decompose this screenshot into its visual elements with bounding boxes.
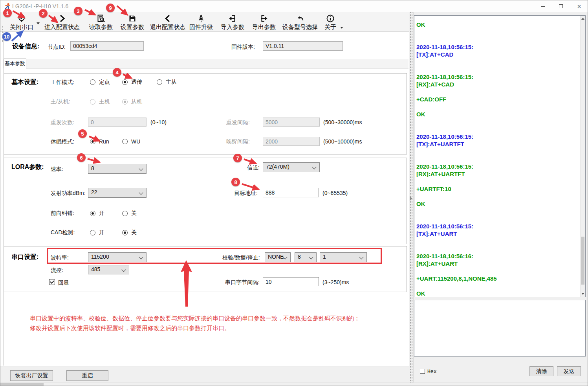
firmware-field[interactable] [263, 41, 343, 51]
horizontal-scrollbar-thumb[interactable] [0, 383, 44, 386]
hex-checkbox[interactable] [420, 369, 425, 374]
toolbar-read-params-button[interactable]: 读取参数 [86, 13, 116, 31]
toolbar-set-params-button[interactable]: 设置参数 [117, 13, 148, 31]
radio-label: 主机 [99, 98, 110, 105]
toolbar-item-label: 进入配置状态 [44, 24, 80, 31]
radio-label: 开 [99, 229, 104, 236]
serial-settings-title: 串口设置: [11, 253, 38, 261]
echo-label: 回显 [58, 279, 69, 287]
radio-cad-off[interactable]: 关 [122, 229, 137, 236]
channel-select[interactable]: 72(470M) [263, 162, 320, 172]
annotation-badge-2: 2 [39, 9, 48, 18]
byte-interval-range: (3~250)ms [322, 279, 349, 285]
radio-label: 从机 [131, 98, 142, 105]
send-input[interactable] [414, 300, 586, 357]
close-button[interactable]: × [570, 0, 588, 12]
log-scroll-down-icon[interactable] [580, 291, 585, 297]
log-scroll-up-icon[interactable] [580, 16, 585, 22]
radio-fec-on[interactable]: 开 [90, 210, 104, 217]
radio-label: Run [99, 138, 109, 145]
about-dropdown-caret-icon[interactable] [341, 27, 343, 29]
radio-label: 关 [131, 210, 137, 217]
resend-count-label: 重发次数: [51, 119, 74, 126]
flow-control-select[interactable]: 485 [88, 265, 129, 274]
echo-checkbox[interactable] [49, 279, 55, 285]
radio-sleep-wu[interactable]: WU [122, 138, 140, 145]
log-entry: +CAD:OFF [416, 96, 577, 103]
annotation-badge-3: 3 [74, 7, 82, 15]
node-id-label: 节点ID: [48, 44, 66, 51]
radio-fec-off[interactable]: 关 [122, 210, 137, 217]
window-title: LG206-L-P-H10 V1.1.6 [12, 3, 68, 9]
node-id-field[interactable] [70, 41, 144, 51]
restore-factory-button[interactable]: 恢复出厂设置 [10, 370, 53, 381]
title-bar: LG206-L-P-H10 V1.1.6 × [0, 0, 588, 12]
radio-sleep-run[interactable]: Run [90, 138, 109, 145]
stop-bits-select[interactable]: 1 [320, 252, 367, 262]
annotation-badge-8: 8 [231, 178, 240, 186]
byte-interval-field[interactable] [263, 277, 319, 286]
horizontal-scrollbar[interactable] [0, 382, 588, 386]
toolbar-enter-config-button[interactable]: 进入配置状态 [40, 13, 84, 31]
toolbar-export-params-button[interactable]: 导出参数 [249, 13, 279, 31]
annotation-badge-4: 4 [113, 68, 121, 77]
baud-select[interactable]: 115200 [88, 252, 147, 262]
radio-dot [122, 99, 128, 105]
toolbar-firmware-upgrade-button[interactable]: 固件升级 [186, 13, 216, 31]
toolbar-about-button[interactable]: 关于 [322, 13, 339, 31]
tab-strip [4, 59, 408, 68]
toolbar-close-port-button[interactable]: 关闭串口 [6, 13, 37, 31]
radio-slave: 从机 [122, 98, 142, 105]
channel-label: 信道: [247, 164, 260, 171]
target-addr-range: (0~65535) [322, 190, 348, 196]
hex-label: Hex [427, 368, 436, 374]
log-scrollbar-thumb[interactable] [581, 237, 584, 285]
select-value: 1 [323, 254, 326, 260]
toolbar-item-label: 固件升级 [189, 24, 213, 31]
tx-power-label: 发射功率dBm: [51, 190, 86, 197]
toolbar-import-params-button[interactable]: 导入参数 [218, 13, 247, 31]
target-addr-field[interactable] [263, 188, 319, 197]
maximize-button[interactable] [552, 0, 570, 12]
log-entry: 2020-11-18,10:56:15:[TX]:AT+CAD [416, 43, 577, 58]
tab-basic-params[interactable]: 基本参数 [4, 59, 26, 68]
toolbar-device-model-button[interactable]: 设备型号选择 [280, 13, 321, 31]
log-entry: 2020-11-18,10:56:16:[RX]:AT+UART [416, 252, 577, 267]
radio-dot [90, 211, 95, 216]
tab-label: 基本参数 [5, 60, 25, 67]
port-dropdown-caret-icon[interactable] [37, 22, 40, 24]
radio-work-mode-fixed[interactable]: 定点 [90, 79, 110, 86]
radio-dot [90, 139, 95, 144]
button-label: 恢复出厂设置 [15, 372, 48, 379]
button-label: 发送 [564, 368, 575, 375]
target-addr-label: 目标地址: [234, 190, 258, 197]
work-mode-label: 工作模式: [51, 79, 74, 86]
radio-work-mode-transparent[interactable]: 透传 [122, 79, 142, 86]
minimize-button[interactable] [534, 0, 552, 12]
toolbar-exit-config-button[interactable]: 退出配置状态 [149, 13, 187, 31]
button-label: 重启 [82, 372, 93, 379]
save-params-icon [128, 13, 137, 23]
rate-select[interactable]: 8 [88, 164, 147, 174]
tx-power-select[interactable]: 22 [88, 188, 147, 198]
undo-arrow-icon [295, 13, 305, 23]
data-bits-select[interactable]: 8 [295, 252, 317, 262]
info-icon [326, 13, 335, 23]
radio-cad-on[interactable]: 开 [90, 229, 104, 236]
master-slave-label: 主/从机: [51, 98, 70, 105]
radio-work-mode-master-slave[interactable]: 主从 [157, 79, 177, 86]
parity-select[interactable]: NONE [265, 252, 291, 262]
select-value: 72(470M) [266, 164, 289, 170]
splitter-collapse-icon[interactable] [410, 196, 412, 201]
clear-button[interactable]: 清除 [529, 366, 553, 376]
app-window: LG206-L-P-H10 V1.1.6 × 关闭串口 进入配置状态 读取参数 … [0, 0, 588, 386]
log-entry: OK [416, 110, 577, 118]
send-button[interactable]: 发送 [557, 366, 581, 376]
reboot-button[interactable]: 重启 [66, 370, 108, 381]
select-value: 8 [91, 165, 94, 171]
radio-dot [122, 211, 128, 216]
log-entry: 2020-11-18,10:56:15:[TX]:AT+UARTFT [416, 133, 577, 148]
log-entry: 2020-11-18,10:56:15:[TX]:AT+UART [416, 222, 577, 237]
footer-strip [0, 366, 409, 382]
resend-count-range: (0~10) [150, 119, 167, 125]
